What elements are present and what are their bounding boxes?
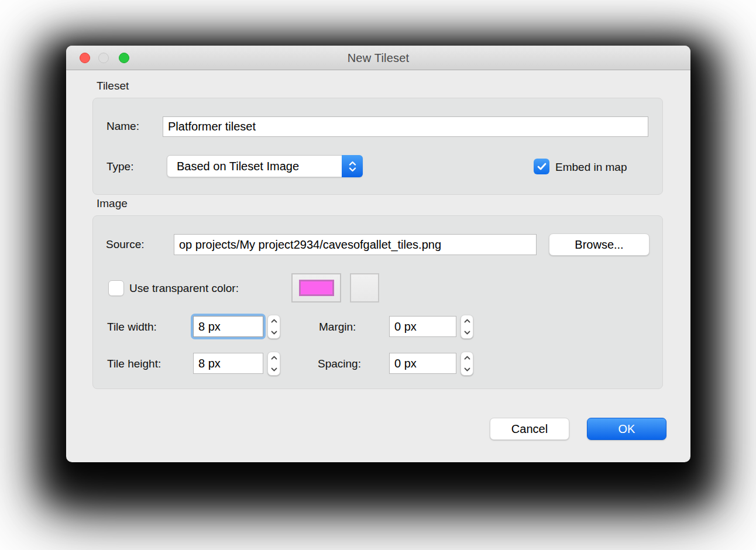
chevron-up-icon	[271, 319, 277, 323]
minimize-button	[98, 53, 109, 63]
tileset-section-label: Tileset	[97, 80, 129, 92]
tile-width-input[interactable]	[193, 316, 263, 337]
margin-input[interactable]	[389, 316, 456, 337]
stepper-up[interactable]	[461, 315, 473, 327]
chevron-down-icon	[464, 331, 470, 335]
chevron-down-icon	[464, 367, 470, 372]
chevron-up-icon	[464, 356, 470, 360]
embed-in-map-label[interactable]: Embed in map	[555, 161, 627, 174]
browse-button-label: Browse...	[575, 238, 623, 252]
margin-stepper[interactable]	[461, 315, 473, 339]
stepper-up[interactable]	[268, 315, 280, 327]
new-tileset-dialog: New Tileset Tileset Name: Type: Based on…	[66, 46, 690, 462]
tile-height-input[interactable]	[193, 353, 263, 374]
name-input[interactable]	[163, 116, 648, 137]
ok-button[interactable]: OK	[587, 418, 666, 440]
window-title: New Tileset	[66, 46, 690, 70]
source-input[interactable]	[174, 234, 537, 255]
tileset-groupbox	[92, 98, 663, 195]
source-label: Source:	[106, 238, 144, 251]
chevron-up-icon	[349, 161, 356, 166]
titlebar[interactable]: New Tileset	[66, 46, 690, 70]
color-picker-button[interactable]	[350, 273, 379, 302]
tile-width-label: Tile width:	[107, 321, 157, 334]
stepper-down[interactable]	[461, 327, 473, 339]
spacing-input[interactable]	[389, 353, 456, 374]
zoom-button[interactable]	[119, 53, 129, 63]
chevron-down-icon	[349, 167, 356, 172]
type-label: Type:	[106, 160, 133, 173]
tile-height-stepper[interactable]	[267, 352, 280, 376]
chevron-up-icon	[271, 356, 277, 360]
color-swatch	[299, 280, 334, 296]
name-label: Name:	[106, 120, 139, 133]
stepper-down[interactable]	[461, 364, 473, 376]
tile-height-label: Tile height:	[107, 358, 161, 370]
type-dropdown-value: Based on Tileset Image	[177, 156, 299, 177]
dropdown-arrows	[342, 155, 363, 177]
checkmark-icon	[537, 163, 547, 170]
use-transparent-color-label[interactable]: Use transparent color:	[129, 282, 239, 295]
tile-width-focus-ring	[191, 314, 266, 339]
ok-button-label: OK	[618, 422, 635, 436]
type-dropdown[interactable]: Based on Tileset Image	[167, 155, 363, 177]
tile-width-stepper[interactable]	[267, 315, 280, 339]
margin-label: Margin:	[319, 321, 356, 334]
stepper-up[interactable]	[461, 352, 473, 364]
embed-in-map-checkbox[interactable]	[534, 159, 549, 174]
cancel-button-label: Cancel	[511, 422, 548, 436]
browse-button[interactable]: Browse...	[549, 233, 650, 256]
stepper-down[interactable]	[268, 364, 280, 376]
chevron-down-icon	[271, 331, 277, 335]
use-transparent-color-checkbox[interactable]	[108, 280, 124, 296]
chevron-down-icon	[271, 367, 277, 372]
stepper-down[interactable]	[268, 327, 280, 339]
image-section-label: Image	[97, 197, 128, 210]
spacing-label: Spacing:	[318, 358, 361, 370]
chevron-up-icon	[464, 319, 470, 323]
close-button[interactable]	[80, 53, 90, 63]
transparent-color-swatch-button[interactable]	[291, 273, 341, 302]
cancel-button[interactable]: Cancel	[490, 418, 569, 440]
spacing-stepper[interactable]	[461, 352, 473, 376]
stepper-up[interactable]	[268, 352, 280, 364]
